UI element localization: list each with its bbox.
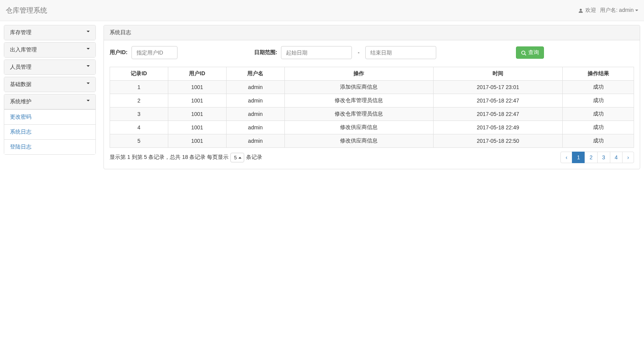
sidebar-item-label: 人员管理 bbox=[10, 64, 31, 70]
panel-title: 系统日志 bbox=[104, 25, 640, 40]
page-size-select[interactable]: 5 bbox=[230, 153, 244, 162]
sidebar-subitem[interactable]: 更改密码 bbox=[4, 109, 95, 124]
sidebar-item-label: 基础数据 bbox=[10, 81, 31, 87]
sidebar-panel: 出入库管理 bbox=[4, 42, 96, 58]
table-cell: 2017-05-18 22:50 bbox=[433, 134, 563, 148]
caret-down-icon bbox=[87, 48, 90, 50]
page-next-link[interactable]: › bbox=[623, 152, 634, 163]
svg-point-0 bbox=[521, 51, 525, 55]
user-id-input[interactable] bbox=[131, 46, 177, 59]
user-id-label: 用户ID: bbox=[110, 49, 128, 56]
sidebar-panel: 系统维护更改密码系统日志登陆日志 bbox=[4, 94, 96, 155]
main-content: 系统日志 用户ID: 日期范围: - 查询 bbox=[104, 25, 640, 169]
table-footer: 显示第 1 到第 5 条记录，总共 18 条记录 每页显示 5 条记录 ‹123… bbox=[110, 152, 634, 163]
end-date-input[interactable] bbox=[365, 46, 436, 59]
table-cell: 添加供应商信息 bbox=[284, 81, 433, 94]
page-number[interactable]: 1 bbox=[572, 152, 585, 163]
page-next[interactable]: › bbox=[622, 152, 634, 163]
pagination-info-text: 显示第 1 到第 5 条记录，总共 18 条记录 每页显示 bbox=[110, 154, 228, 161]
table-cell: admin bbox=[226, 121, 284, 134]
table-cell: 2017-05-18 22:47 bbox=[433, 107, 563, 121]
table-cell: 成功 bbox=[563, 107, 634, 121]
page-prev[interactable]: ‹ bbox=[560, 152, 572, 163]
caret-down-icon bbox=[87, 31, 90, 32]
table-header-cell: 用户ID bbox=[168, 67, 226, 81]
sidebar: 库存管理出入库管理人员管理基础数据系统维护更改密码系统日志登陆日志 bbox=[4, 25, 96, 169]
table-header-cell: 记录ID bbox=[110, 67, 168, 81]
table-row[interactable]: 21001admin修改仓库管理员信息2017-05-18 22:47成功 bbox=[110, 94, 634, 107]
table-cell: 成功 bbox=[563, 121, 634, 134]
table-cell: 2017-05-18 22:49 bbox=[433, 121, 563, 134]
svg-line-1 bbox=[524, 54, 526, 56]
sidebar-item[interactable]: 基础数据 bbox=[4, 77, 95, 92]
table-row[interactable]: 51001admin修改供应商信息2017-05-18 22:50成功 bbox=[110, 134, 634, 148]
page-size-value: 5 bbox=[234, 155, 237, 160]
app-title: 仓库管理系统 bbox=[6, 0, 47, 21]
sidebar-item[interactable]: 出入库管理 bbox=[4, 43, 95, 57]
table-cell: 1001 bbox=[168, 81, 226, 94]
pagination-info-suffix: 条记录 bbox=[246, 154, 262, 161]
date-separator: - bbox=[356, 50, 361, 56]
username-label: 用户名: admin bbox=[600, 7, 634, 14]
query-button[interactable]: 查询 bbox=[516, 46, 544, 59]
table-cell: 5 bbox=[110, 134, 168, 148]
sidebar-item[interactable]: 人员管理 bbox=[4, 60, 95, 74]
search-row: 用户ID: 日期范围: - 查询 bbox=[110, 46, 634, 59]
caret-down-icon bbox=[635, 10, 638, 11]
page-number[interactable]: 3 bbox=[597, 152, 610, 163]
sidebar-panel: 人员管理 bbox=[4, 59, 96, 75]
table-cell: 修改仓库管理员信息 bbox=[284, 107, 433, 121]
welcome-text: 欢迎 bbox=[585, 7, 596, 14]
page-prev-link[interactable]: ‹ bbox=[561, 152, 572, 163]
table-row[interactable]: 41001admin修改供应商信息2017-05-18 22:49成功 bbox=[110, 121, 634, 134]
sidebar-panel: 基础数据 bbox=[4, 77, 96, 92]
sidebar-item-label: 出入库管理 bbox=[10, 46, 37, 53]
main-panel: 系统日志 用户ID: 日期范围: - 查询 bbox=[104, 25, 640, 169]
table-cell: 修改仓库管理员信息 bbox=[284, 94, 433, 107]
table-row[interactable]: 11001admin添加供应商信息2017-05-17 23:01成功 bbox=[110, 81, 634, 94]
table-header-row: 记录ID用户ID用户名操作时间操作结果 bbox=[110, 67, 634, 81]
navbar: 仓库管理系统 欢迎 用户名: admin bbox=[0, 0, 644, 21]
table-cell: 2017-05-18 22:47 bbox=[433, 94, 563, 107]
sidebar-panel: 库存管理 bbox=[4, 25, 96, 40]
table-header-cell: 操作结果 bbox=[563, 67, 634, 81]
search-icon bbox=[521, 50, 526, 56]
table-cell: 1001 bbox=[168, 94, 226, 107]
sidebar-item[interactable]: 系统维护 bbox=[4, 94, 95, 109]
sidebar-subitem[interactable]: 登陆日志 bbox=[4, 139, 95, 154]
page-number-link[interactable]: 4 bbox=[610, 152, 623, 163]
log-table: 记录ID用户ID用户名操作时间操作结果 11001admin添加供应商信息201… bbox=[110, 67, 634, 148]
table-header-cell: 操作 bbox=[284, 67, 433, 81]
table-cell: 2 bbox=[110, 94, 168, 107]
caret-up-icon bbox=[238, 157, 242, 159]
table-cell: admin bbox=[226, 81, 284, 94]
date-range-label: 日期范围: bbox=[254, 49, 278, 56]
table-cell: 4 bbox=[110, 121, 168, 134]
user-icon bbox=[578, 7, 583, 13]
page-number-link[interactable]: 1 bbox=[572, 152, 585, 163]
start-date-input[interactable] bbox=[281, 46, 352, 59]
sidebar-item[interactable]: 库存管理 bbox=[4, 25, 95, 40]
page-number[interactable]: 4 bbox=[610, 152, 623, 163]
table-cell: 2017-05-17 23:01 bbox=[433, 81, 563, 94]
table-cell: admin bbox=[226, 134, 284, 148]
pagination: ‹1234› bbox=[561, 152, 634, 163]
caret-down-icon bbox=[87, 83, 90, 84]
table-cell: admin bbox=[226, 94, 284, 107]
page-number[interactable]: 2 bbox=[585, 152, 598, 163]
table-cell: 修改供应商信息 bbox=[284, 134, 433, 148]
caret-down-icon bbox=[87, 65, 90, 67]
table-cell: 1001 bbox=[168, 121, 226, 134]
sidebar-subitem[interactable]: 系统日志 bbox=[4, 124, 95, 139]
user-menu[interactable]: 欢迎 用户名: admin bbox=[578, 7, 638, 14]
page-number-link[interactable]: 3 bbox=[598, 152, 610, 163]
caret-down-icon bbox=[87, 100, 90, 101]
page-number-link[interactable]: 2 bbox=[585, 152, 597, 163]
table-header-cell: 时间 bbox=[433, 67, 563, 81]
sidebar-submenu: 更改密码系统日志登陆日志 bbox=[4, 109, 95, 154]
table-cell: 成功 bbox=[563, 94, 634, 107]
query-button-label: 查询 bbox=[528, 49, 539, 56]
table-cell: 3 bbox=[110, 107, 168, 121]
table-cell: admin bbox=[226, 107, 284, 121]
table-row[interactable]: 31001admin修改仓库管理员信息2017-05-18 22:47成功 bbox=[110, 107, 634, 121]
